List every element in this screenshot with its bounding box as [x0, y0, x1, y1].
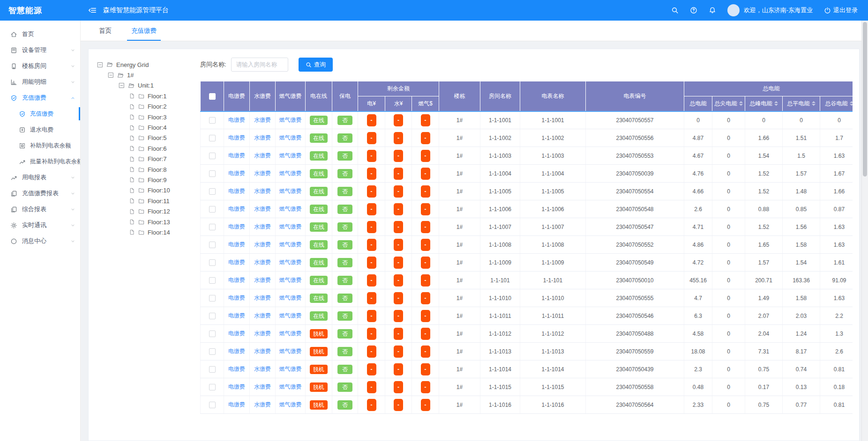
gas-balance-badge[interactable]: - — [421, 345, 430, 358]
gas-balance-badge[interactable]: - — [421, 257, 430, 269]
tree-node[interactable]: Floor:7 — [95, 154, 188, 164]
water-pay-link[interactable]: 水缴费 — [254, 241, 271, 248]
electric-balance-badge[interactable]: - — [367, 150, 376, 162]
tree-node[interactable]: 1# — [95, 70, 188, 80]
electric-balance-badge[interactable]: - — [367, 114, 376, 126]
gas-pay-link[interactable]: 燃气缴费 — [279, 223, 302, 230]
water-balance-badge[interactable]: - — [394, 132, 403, 144]
water-pay-link[interactable]: 水缴费 — [254, 117, 271, 123]
row-checkbox[interactable] — [209, 153, 216, 159]
water-balance-badge[interactable]: - — [394, 168, 403, 180]
tab-1[interactable]: 充值缴费 — [121, 21, 166, 41]
sidebar-item[interactable]: 充值缴费报表 — [0, 185, 80, 201]
electric-balance-badge[interactable]: - — [367, 292, 376, 304]
sidebar-subitem[interactable]: 批量补助到电表余额 — [0, 154, 80, 169]
water-pay-link[interactable]: 水缴费 — [254, 401, 271, 408]
gas-balance-badge[interactable]: - — [421, 239, 430, 251]
water-balance-badge[interactable]: - — [394, 310, 403, 322]
row-checkbox[interactable] — [209, 242, 216, 248]
row-checkbox[interactable] — [209, 170, 216, 177]
sidebar-item[interactable]: 用电报表 — [0, 169, 80, 185]
tree-node[interactable]: Floor:14 — [95, 227, 188, 237]
electric-pay-link[interactable]: 电缴费 — [228, 241, 245, 248]
row-checkbox[interactable] — [209, 366, 216, 373]
row-checkbox[interactable] — [209, 188, 216, 195]
tree-node-label[interactable]: Floor:5 — [148, 134, 166, 141]
gas-balance-badge[interactable]: - — [421, 310, 430, 322]
tree-node-label[interactable]: Floor:3 — [148, 114, 166, 121]
row-checkbox[interactable] — [209, 384, 216, 390]
water-balance-badge[interactable]: - — [394, 328, 403, 340]
row-checkbox[interactable] — [209, 135, 216, 141]
row-checkbox[interactable] — [209, 117, 216, 124]
gas-balance-badge[interactable]: - — [421, 203, 430, 215]
row-checkbox[interactable] — [209, 313, 216, 319]
electric-pay-link[interactable]: 电缴费 — [228, 134, 245, 141]
tree-node-label[interactable]: Floor:2 — [148, 103, 166, 110]
gas-pay-link[interactable]: 燃气缴费 — [279, 134, 302, 141]
water-balance-badge[interactable]: - — [394, 150, 403, 162]
water-pay-link[interactable]: 水缴费 — [254, 170, 271, 176]
water-pay-link[interactable]: 水缴费 — [254, 223, 271, 230]
gas-pay-link[interactable]: 燃气缴费 — [279, 312, 302, 319]
sidebar-subitem[interactable]: 退水电费 — [0, 122, 80, 138]
sidebar-subitem[interactable]: 补助到电表余额 — [0, 138, 80, 154]
water-pay-link[interactable]: 水缴费 — [254, 277, 271, 283]
water-balance-badge[interactable]: - — [394, 257, 403, 269]
tree-node[interactable]: Floor:1 — [95, 91, 188, 101]
sidebar-item[interactable]: 首页 — [0, 26, 80, 42]
electric-balance-badge[interactable]: - — [367, 168, 376, 180]
tree-node[interactable]: Floor:3 — [95, 112, 188, 122]
electric-pay-link[interactable]: 电缴费 — [228, 294, 245, 301]
gas-pay-link[interactable]: 燃气缴费 — [279, 277, 302, 283]
water-balance-badge[interactable]: - — [394, 363, 403, 375]
gas-pay-link[interactable]: 燃气缴费 — [279, 241, 302, 248]
scrollbar-thumb[interactable] — [863, 22, 867, 176]
electric-balance-badge[interactable]: - — [367, 363, 376, 375]
gas-pay-link[interactable]: 燃气缴费 — [279, 259, 302, 265]
electric-pay-link[interactable]: 电缴费 — [228, 383, 245, 390]
electric-balance-badge[interactable]: - — [367, 328, 376, 340]
row-checkbox[interactable] — [209, 259, 216, 266]
tree-node-label[interactable]: Floor:4 — [148, 124, 166, 131]
query-button[interactable]: 查询 — [299, 58, 333, 72]
tree-node[interactable]: Unit:1 — [95, 81, 188, 91]
water-balance-badge[interactable]: - — [394, 292, 403, 304]
sidebar-item[interactable]: 消息中心 — [0, 233, 80, 249]
electric-pay-link[interactable]: 电缴费 — [228, 401, 245, 408]
col-energy-valley[interactable]: 总谷电能 — [820, 96, 853, 111]
electric-balance-badge[interactable]: - — [367, 257, 376, 269]
tab-0[interactable]: 首页 — [89, 21, 121, 41]
electric-balance-badge[interactable]: - — [367, 399, 376, 411]
electric-pay-link[interactable]: 电缴费 — [228, 277, 245, 283]
tree-node-label[interactable]: 1# — [127, 72, 134, 79]
col-energy-peak[interactable]: 总峰电能 — [745, 96, 783, 111]
col-energy-sharp[interactable]: 总尖电能 — [712, 96, 745, 111]
electric-balance-badge[interactable]: - — [367, 345, 376, 358]
search-icon[interactable] — [671, 7, 679, 14]
row-checkbox[interactable] — [209, 331, 216, 337]
gas-balance-badge[interactable]: - — [421, 363, 430, 375]
electric-balance-badge[interactable]: - — [367, 239, 376, 251]
bell-icon[interactable] — [709, 7, 716, 14]
sidebar-item[interactable]: 实时通讯 — [0, 217, 80, 233]
sidebar-subitem[interactable]: 充值缴费 — [0, 106, 80, 122]
water-pay-link[interactable]: 水缴费 — [254, 330, 271, 337]
gas-pay-link[interactable]: 燃气缴费 — [279, 348, 302, 354]
water-balance-badge[interactable]: - — [394, 221, 403, 233]
gas-pay-link[interactable]: 燃气缴费 — [279, 170, 302, 176]
tree-node[interactable]: Floor:13 — [95, 217, 188, 227]
gas-pay-link[interactable]: 燃气缴费 — [279, 366, 302, 372]
tree-node-label[interactable]: Floor:6 — [148, 145, 166, 152]
water-pay-link[interactable]: 水缴费 — [254, 366, 271, 372]
tree-node-label[interactable]: Floor:14 — [148, 229, 170, 236]
gas-balance-badge[interactable]: - — [421, 328, 430, 340]
collapse-toggle-icon[interactable] — [97, 62, 103, 68]
gas-balance-badge[interactable]: - — [421, 381, 430, 393]
tree-node-label[interactable]: Floor:12 — [148, 208, 170, 215]
collapse-sidebar-icon[interactable] — [88, 6, 97, 15]
electric-pay-link[interactable]: 电缴费 — [228, 206, 245, 212]
water-balance-badge[interactable]: - — [394, 381, 403, 393]
electric-balance-badge[interactable]: - — [367, 203, 376, 215]
gas-balance-badge[interactable]: - — [421, 168, 430, 180]
